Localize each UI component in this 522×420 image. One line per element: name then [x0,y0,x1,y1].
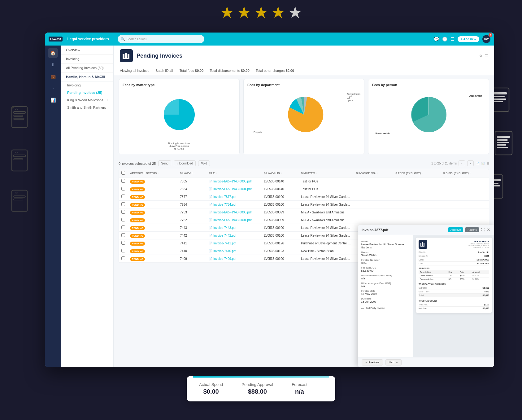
menu-icon[interactable]: ☰ [485,54,488,58]
file-cell[interactable]: 📄 Invoice-7877.pdf [206,193,261,201]
row-checkbox[interactable] [121,256,125,260]
col-status[interactable]: APPROVAL STATUS ↕ [128,169,178,177]
left-panel-king-wood[interactable]: King & Wood Mallesons › [61,96,113,104]
add-new-button[interactable]: + Add new [458,36,479,42]
next-invoice-button[interactable]: Next → [385,359,402,365]
svg-rect-22 [497,144,506,146]
file-cell[interactable]: 📄 Invoice-E65F1943-0005.pdf [206,177,261,185]
svg-rect-31 [123,58,129,59]
third-party-checkbox[interactable] [361,306,364,309]
row-checkbox[interactable] [121,233,125,237]
chart-matter-legend: Briefing Instructions (Law Firm access t… [123,142,236,150]
table-row[interactable]: PENDING 7884 📄 Invoice-E65F1943-0004.pdf… [119,185,489,193]
download-button[interactable]: ↓ Download [174,160,196,166]
chart-fees-by-department: Fees by department [243,79,364,154]
page-title: Pending Invoices [137,53,182,59]
svg-rect-14 [494,92,507,94]
modal-close-icon[interactable]: ✕ [487,227,490,232]
prev-page-button[interactable]: ‹ [459,160,465,166]
row-checkbox[interactable] [121,179,125,183]
search-bar[interactable]: 🔍 Search LawVu [118,35,204,43]
col-fees[interactable]: $ FEES (EXC. GST) ↕ [393,169,441,177]
row-checkbox[interactable] [121,249,125,252]
left-panel-invoicing[interactable]: Invoicing [61,55,113,63]
file-cell[interactable]: 📄 Invoice-7411.pdf [206,239,261,247]
file-cell[interactable]: 📄 Invoice-E65F1943-0004.pdf [206,216,261,224]
chat-icon[interactable]: 💬 [434,37,439,42]
sidebar-upload-icon[interactable]: ⬆ [48,60,58,70]
file-cell[interactable]: 📄 Invoice-7409.pdf [206,255,261,263]
export-icon-2[interactable]: 📊 [481,162,485,165]
search-placeholder: Search LawVu [127,37,147,41]
left-panel-all-pending[interactable]: All Pending Invoices (30) [61,63,113,72]
layout-icon[interactable]: ⊞ [487,162,489,165]
svg-rect-35 [420,243,421,246]
row-checkbox[interactable] [121,187,125,190]
svg-rect-11 [14,199,23,200]
chart-matter-title: Fees by matter type [123,83,236,87]
chevron-icon-2: › [107,106,108,109]
table-row[interactable]: PENDING 7753 📄 Invoice-E65F1943-0005.pdf… [119,208,489,216]
row-checkbox[interactable] [121,195,125,198]
col-disb[interactable]: $ DISB. (EXC. GST) ↕ [441,169,489,177]
left-panel-firm-pending[interactable]: Pending Invoices (25) [61,89,113,96]
table-row[interactable]: PENDING 7885 📄 Invoice-E65F1943-0005.pdf… [119,177,489,185]
fees-cell [393,216,441,224]
table-row[interactable]: PENDING 7877 📄 Invoice-7877.pdf LV0536-0… [119,193,489,201]
row-checkbox[interactable] [121,241,125,245]
next-page-button[interactable]: › [467,160,474,166]
prev-invoice-button[interactable]: ← Previous [362,359,383,365]
matter-cell: M & A - Swallows and Amazons [298,216,354,224]
list-icon[interactable]: ☰ [450,37,455,42]
svg-rect-9 [12,190,27,211]
bottom-card: Actual Spend $0.00 Pending Approval $88.… [187,376,335,401]
file-cell[interactable]: 📄 Invoice-7442.pdf [206,232,261,239]
table-row[interactable]: PENDING 7754 📄 Invoice-7754.pdf LV0536-0… [119,201,489,208]
filter-icon[interactable]: ⚙ [479,54,482,58]
invoice-date-label: Invoice date [361,290,410,292]
approve-button[interactable]: Approve [448,227,463,232]
left-panel-firm-invoicing[interactable]: Invoicing [61,81,113,89]
search-icon: 🔍 [121,37,125,41]
modal-expand-icon[interactable]: ⛶ [481,228,485,232]
svg-rect-0 [12,107,27,128]
actions-button[interactable]: Actions [465,227,479,232]
export-icon-1[interactable]: 📄 [476,162,479,165]
left-panel-overview[interactable]: Overview [61,46,113,55]
file-cell[interactable]: 📄 Invoice-7443.pdf [206,224,261,232]
left-panel-smith-partners[interactable]: Smith and Smith Partners › [61,104,113,111]
file-cell[interactable]: 📄 Invoice-7410.pdf [206,247,261,255]
row-checkbox[interactable] [121,210,125,214]
clock-icon[interactable]: 🕐 [442,37,447,42]
svg-rect-5 [12,150,27,171]
sidebar-activity-icon[interactable]: 〰 [48,83,58,93]
nav-title: Legal service providers [67,37,109,41]
status-badge: PENDING [130,195,145,199]
table-row[interactable]: PENDING 7752 📄 Invoice-E65F1943-0004.pdf… [119,216,489,224]
col-file[interactable]: FILE ↕ [206,169,261,177]
star-5: ★ [288,3,302,22]
col-lawvu[interactable]: $ LAWVU ↕ [178,169,207,177]
sidebar-briefcase-icon[interactable]: 💼 [48,72,58,81]
lawvu-cell: 7409 [178,255,207,263]
file-cell[interactable]: 📄 Invoice-7754.pdf [206,201,261,208]
col-invoice-no[interactable]: $ INVOICE NO. ↕ [354,169,393,177]
void-button[interactable]: Void [198,160,210,166]
send-button[interactable]: Send [158,160,171,166]
svg-rect-6 [14,155,25,157]
svg-rect-37 [424,243,424,246]
avatar-button[interactable]: SW [482,35,490,43]
row-checkbox[interactable] [121,218,125,221]
row-checkbox[interactable] [121,202,125,206]
col-matter[interactable]: $ MATTER ↕ [298,169,354,177]
sidebar-home-icon[interactable]: 🏠 [48,48,58,58]
row-checkbox[interactable] [121,225,125,229]
total-fees: Total fees $0.00 [180,69,204,72]
file-cell[interactable]: 📄 Invoice-E65F1943-0005.pdf [206,208,261,216]
sidebar-chart-icon[interactable]: 📊 [48,95,58,105]
float-doc-left-2: <> [9,149,31,175]
firm-logo [120,49,133,62]
col-lawvu-id[interactable]: $ LAWVU ID ↕ [261,169,298,177]
select-all-checkbox[interactable] [121,171,125,175]
file-cell[interactable]: 📄 Invoice-E65F1943-0004.pdf [206,185,261,193]
